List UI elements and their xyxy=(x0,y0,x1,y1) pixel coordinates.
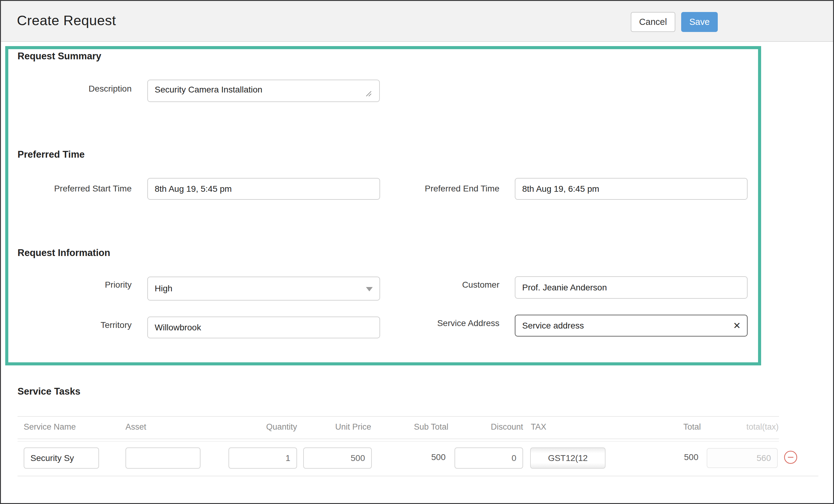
priority-label: Priority xyxy=(21,279,132,291)
table-header-border xyxy=(18,438,779,439)
chevron-down-icon xyxy=(366,287,373,291)
col-header-quantity: Quantity xyxy=(236,422,297,432)
col-header-discount: Discount xyxy=(462,422,523,432)
section-title-request-summary: Request Summary xyxy=(18,51,101,62)
discount-input[interactable] xyxy=(455,448,523,469)
asset-input[interactable] xyxy=(126,448,200,469)
sub-total-value: 500 xyxy=(387,452,445,462)
clear-icon[interactable]: ✕ xyxy=(733,321,741,330)
total-value: 500 xyxy=(639,452,698,462)
service-address-label: Service Address xyxy=(389,318,499,329)
save-button[interactable]: Save xyxy=(681,12,718,32)
col-header-asset: Asset xyxy=(126,422,146,432)
territory-label: Territory xyxy=(21,320,132,331)
col-header-total: Total xyxy=(639,422,701,432)
unit-price-input[interactable] xyxy=(303,448,372,469)
preferred-end-time-label: Preferred End Time xyxy=(389,183,499,194)
col-header-tax: TAX xyxy=(531,422,547,432)
customer-label: Customer xyxy=(389,279,499,291)
table-header-border-2 xyxy=(18,441,779,442)
col-header-service-name: Service Name xyxy=(24,422,76,432)
customer-input[interactable]: Prof. Jeanie Anderson xyxy=(515,276,748,299)
page-title: Create Request xyxy=(17,13,116,28)
tax-select[interactable] xyxy=(530,448,606,469)
section-title-request-information: Request Information xyxy=(18,247,110,258)
service-address-value: Service address xyxy=(522,321,584,331)
priority-select[interactable]: High xyxy=(147,277,380,301)
service-address-input[interactable]: Service address ✕ xyxy=(515,315,748,337)
table-bottom-border xyxy=(18,476,818,476)
col-header-sub-total: Sub Total xyxy=(387,422,448,432)
remove-row-button[interactable] xyxy=(784,450,798,464)
service-name-input[interactable] xyxy=(24,448,99,469)
section-title-service-tasks: Service Tasks xyxy=(18,386,81,397)
create-request-page: Create Request Cancel Save Request Summa… xyxy=(0,0,834,504)
territory-input[interactable]: Willowbrook xyxy=(147,317,380,338)
top-bar: Create Request Cancel Save xyxy=(1,1,833,42)
description-label: Description xyxy=(21,83,132,94)
preferred-end-time-input[interactable]: 8th Aug 19, 6:45 pm xyxy=(515,178,748,200)
priority-selected-value: High xyxy=(155,284,173,294)
table-top-border xyxy=(18,416,779,417)
col-header-total-tax: total(tax) xyxy=(717,422,778,432)
col-header-unit-price: Unit Price xyxy=(310,422,371,432)
description-input[interactable]: Security Camera Installation xyxy=(147,79,380,102)
total-tax-input[interactable] xyxy=(707,448,778,468)
preferred-start-time-input[interactable]: 8th Aug 19, 5:45 pm xyxy=(147,178,380,200)
section-title-preferred-time: Preferred Time xyxy=(18,149,85,160)
cancel-button[interactable]: Cancel xyxy=(631,12,675,32)
preferred-start-time-label: Preferred Start Time xyxy=(21,183,132,194)
quantity-input[interactable] xyxy=(228,448,297,469)
